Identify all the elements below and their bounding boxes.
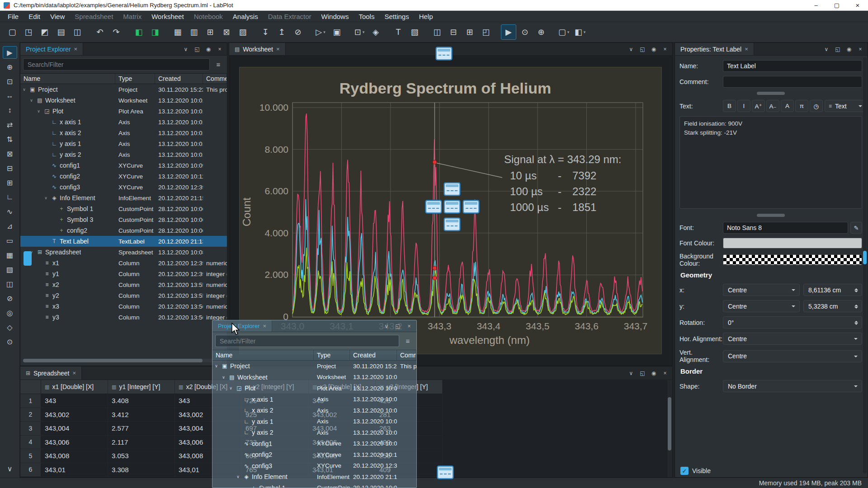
magnification-dropdown[interactable]: ◧▾	[572, 24, 588, 40]
close-button[interactable]: ×	[847, 0, 868, 11]
dock-menu-button[interactable]: ∨	[627, 46, 635, 52]
column-header-type[interactable]: Type	[314, 350, 350, 360]
zoom-select-tool-button[interactable]: ⊡	[3, 75, 17, 88]
redo-button[interactable]: ↷	[108, 24, 124, 40]
menu-matrix[interactable]: Matrix	[118, 12, 146, 21]
save-project-button[interactable]: ◩	[37, 24, 52, 40]
y-position-dropdown[interactable]: Centre	[723, 300, 800, 312]
menu-view[interactable]: View	[45, 12, 70, 21]
add-image-tool-button[interactable]: ▧	[3, 263, 17, 276]
menu-edit[interactable]: Edit	[24, 12, 45, 21]
italic-button[interactable]: I	[737, 100, 750, 112]
new-worksheet-button[interactable]: ⊠	[219, 24, 234, 40]
tree-row-x-axis-2[interactable]: ∟x axis 2Axis13.12.2020 10:01	[212, 405, 416, 416]
spinner-arrows-icon[interactable]	[854, 319, 859, 327]
layout-tool-button[interactable]: ◫	[3, 277, 17, 290]
expand-chevron-icon[interactable]: ∨	[228, 386, 234, 390]
zoom-y-select-tool-button[interactable]: ↕	[3, 104, 17, 117]
scrollbar-thumb[interactable]	[23, 359, 203, 362]
zoom-dropdown[interactable]: ⊡▾	[352, 24, 367, 40]
close-icon[interactable]: ×	[263, 323, 266, 329]
add-curve-tool-button[interactable]: ∿	[3, 205, 17, 218]
expand-chevron-icon[interactable]: ∨	[21, 87, 27, 92]
menu-help[interactable]: Help	[414, 12, 438, 21]
print-preview-button[interactable]: ◫	[70, 24, 85, 40]
font-color-button[interactable]: A	[781, 100, 794, 112]
filter-icon[interactable]: ≡	[212, 59, 224, 70]
tree-row-x-axis-1[interactable]: ∟x axis 1Axis13.12.2020 10:01	[212, 394, 416, 405]
dock-menu-button[interactable]: ∨	[823, 46, 830, 52]
spreadsheet-cell[interactable]: 343,002	[41, 408, 108, 422]
dock-pin-button[interactable]: ◉	[205, 46, 212, 52]
tree-row-x2[interactable]: ≡x2Column20.12.2020 13:55numerical	[20, 279, 227, 290]
tree-row-config3[interactable]: ∿config3XYCurve20.12.2020 12:39	[212, 460, 416, 472]
spreadsheet-cell[interactable]: 3.408	[108, 394, 175, 408]
column-header-created[interactable]: Created	[350, 350, 397, 360]
dock-indicator-center[interactable]	[444, 200, 460, 213]
vertical-scrollbar[interactable]	[667, 380, 672, 477]
filter-icon[interactable]: ≡	[402, 335, 414, 347]
column-header-x1[interactable]: ▥x1 [Double] [X]	[41, 380, 108, 394]
new-project-button[interactable]: ▢	[5, 24, 20, 40]
tree-row-y3[interactable]: ≡y3Column20.12.2020 13:56integer da	[20, 312, 227, 323]
dock-indicator-top[interactable]	[436, 47, 452, 60]
tree-row-y1[interactable]: ≡y1Column20.12.2020 12:39integer da	[20, 268, 227, 279]
pointer-mode-button[interactable]: ▶	[501, 24, 516, 40]
menu-analysis[interactable]: Analysis	[228, 12, 263, 21]
scroll-down-button[interactable]: ∨	[3, 462, 17, 475]
dock-float-button[interactable]: ◱	[639, 46, 646, 52]
menu-tools[interactable]: Tools	[354, 12, 379, 21]
layout-break-button[interactable]: ◰	[478, 24, 494, 40]
tab-properties[interactable]: Properties: Text Label ×	[675, 43, 754, 55]
vert-alignment-dropdown[interactable]: Centre	[723, 350, 862, 362]
snap-tool-button[interactable]: ◎	[3, 306, 17, 319]
tree-row-x-axis-2[interactable]: ∟x axis 2Axis13.12.2020 10:01	[20, 127, 227, 138]
bold-button[interactable]: B	[723, 100, 736, 112]
add-axis-tool-button[interactable]: ∟	[3, 191, 17, 203]
menu-worksheet[interactable]: Worksheet	[146, 12, 189, 21]
tree-row-config2[interactable]: +config2CustomPoint28.12.2020 10:06	[20, 225, 227, 236]
name-input[interactable]	[723, 60, 862, 72]
dock-close-button[interactable]: ×	[661, 46, 669, 52]
dock-float-button[interactable]: ◱	[394, 323, 401, 329]
dock-close-button[interactable]: ×	[406, 323, 413, 329]
font-input[interactable]	[723, 222, 848, 234]
dock-close-button[interactable]: ×	[857, 46, 864, 52]
add-legend-tool-button[interactable]: ▭	[3, 234, 17, 247]
add-image-button[interactable]: ▧	[407, 24, 422, 40]
spreadsheet-cell[interactable]: 343,006	[41, 436, 108, 449]
close-icon[interactable]: ×	[745, 46, 748, 52]
column-header-created[interactable]: Created	[155, 74, 203, 84]
spreadsheet-cell[interactable]: 3.053	[108, 449, 175, 463]
shift-y-tool-button[interactable]: ⇅	[3, 133, 17, 145]
dock-close-button[interactable]: ×	[661, 370, 669, 376]
x-position-dropdown[interactable]: Centre	[723, 284, 800, 296]
x-value-spinbox[interactable]: 8,61136 cm	[803, 284, 862, 296]
maximize-button[interactable]: ▢	[826, 0, 847, 11]
spreadsheet-cell[interactable]: 343	[41, 394, 108, 408]
font-picker-button[interactable]: ✎	[850, 222, 862, 234]
close-icon[interactable]: ×	[72, 370, 76, 376]
vertical-scrollbar[interactable]	[863, 57, 867, 474]
tree-row-info-element[interactable]: ∨◈Info ElementInfoElement20.12.2020 21:1…	[20, 192, 227, 203]
spinner-arrows-icon[interactable]	[854, 303, 859, 310]
no-layout-tool-button[interactable]: ⊘	[3, 292, 17, 305]
superscript-button[interactable]: A⁺	[752, 100, 765, 112]
tree-row-y-axis-2[interactable]: ∟y axis 2Axis13.12.2020 10:01	[212, 427, 416, 438]
undo-button[interactable]: ↶	[92, 24, 108, 40]
tree-row-text-label[interactable]: TText LabelTextLabel20.12.2020 21:13	[20, 236, 227, 247]
tab-spreadsheet[interactable]: ⊞ Spreadsheet ×	[20, 366, 82, 380]
print-button[interactable]: ▤	[53, 24, 69, 40]
new-matrix-button[interactable]: ⊞	[203, 24, 218, 40]
tree-row-config1[interactable]: ∿config1XYCurve13.12.2020 10:09	[212, 438, 416, 450]
tree-row-plot[interactable]: ∨◲PlotPlot Area13.12.2020 10:01	[20, 106, 227, 117]
add-text-label-tool-button[interactable]: ◇	[3, 321, 17, 333]
dock-pin-button[interactable]: ◉	[650, 370, 657, 376]
tree-row-y-axis-2[interactable]: ∟y axis 2Axis13.12.2020 10:01	[20, 149, 227, 160]
new-notes-button[interactable]: ▨	[235, 24, 250, 40]
dock-float-button[interactable]: ◱	[639, 370, 646, 376]
zoom-mode-button[interactable]: ⊙	[517, 24, 533, 40]
horizontal-scrollbar[interactable]	[23, 359, 222, 362]
zoom-x-select-tool-button[interactable]: ↔	[3, 89, 17, 102]
tree-row-x1[interactable]: ≡x1Column20.12.2020 12:39numerical	[20, 258, 227, 268]
